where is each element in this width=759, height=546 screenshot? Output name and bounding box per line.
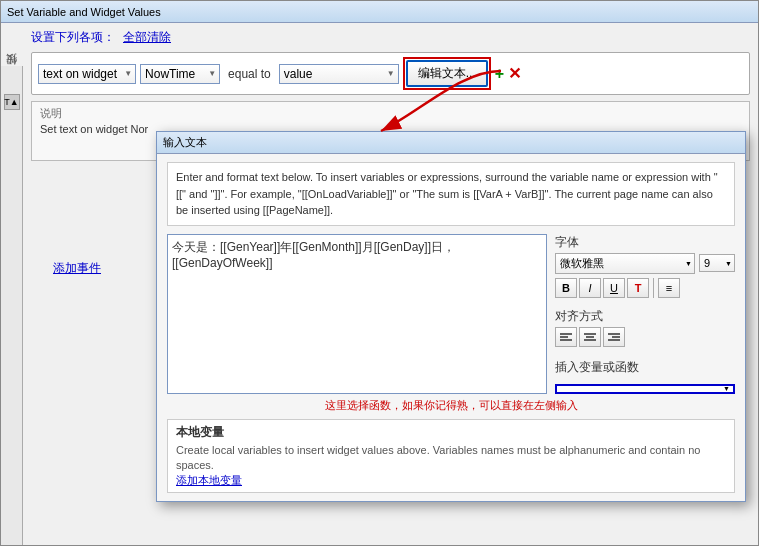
font-section: 字体 微软雅黑 9 B I U [555, 234, 735, 302]
condition-combo2[interactable]: NowTime [140, 64, 220, 84]
dialog-titlebar: 输入文本 [157, 132, 745, 154]
font-name-combo[interactable]: 微软雅黑 [555, 253, 695, 274]
setup-label: 设置下列各项： [31, 29, 115, 46]
outer-titlebar: Set Variable and Widget Values [1, 1, 758, 23]
equal-to-label: equal to [224, 67, 275, 81]
local-vars-section: 本地变量 Create local variables to insert wi… [167, 419, 735, 494]
remove-condition-icon[interactable]: ✕ [508, 64, 521, 83]
add-local-var-link[interactable]: 添加本地变量 [176, 474, 242, 486]
local-vars-desc: Create local variables to insert widget … [176, 443, 726, 474]
underline-button[interactable]: U [603, 278, 625, 298]
right-panel: 字体 微软雅黑 9 B I U [555, 234, 735, 394]
clear-all-link[interactable]: 全部清除 [123, 29, 171, 46]
align-left-icon [560, 332, 572, 342]
condition-combo3[interactable]: value [279, 64, 399, 84]
outer-window: Set Variable and Widget Values 按钮 T▲ 设置下… [0, 0, 759, 546]
align-buttons-row [555, 327, 735, 347]
toolbar-row: 设置下列各项： 全部清除 [31, 29, 750, 46]
font-name-row: 微软雅黑 9 [555, 253, 735, 274]
text-editor[interactable]: 今天是：[[GenYear]]年[[GenMonth]]月[[GenDay]]日… [167, 234, 547, 394]
add-condition-icon[interactable]: + [495, 65, 504, 83]
dialog-description-box: Enter and format text below. To insert v… [167, 162, 735, 226]
hint-text: 这里选择函数，如果你记得熟，可以直接在左侧输入 [167, 398, 735, 413]
outer-title: Set Variable and Widget Values [7, 6, 161, 18]
edit-btn-wrapper: 编辑文本... [403, 57, 491, 90]
widget-icon-1: T▲ [4, 94, 20, 110]
dialog-title: 输入文本 [163, 135, 207, 150]
format-separator [653, 278, 654, 298]
text-color-button[interactable]: T [627, 278, 649, 298]
dialog-description-text: Enter and format text below. To insert v… [176, 171, 718, 216]
edit-text-button[interactable]: 编辑文本... [406, 60, 488, 87]
font-size-value: 9 [704, 257, 710, 269]
insert-var-combo[interactable] [555, 384, 735, 394]
font-section-title: 字体 [555, 234, 735, 251]
font-size-combo[interactable]: 9 [699, 254, 735, 272]
side-panel: 按钮 T▲ [1, 66, 23, 545]
dialog-content: Enter and format text below. To insert v… [157, 154, 745, 501]
italic-button[interactable]: I [579, 278, 601, 298]
condition-combo1[interactable]: text on widget [38, 64, 136, 84]
align-section: 对齐方式 [555, 308, 735, 353]
add-event-link[interactable]: 添加事件 [53, 260, 101, 277]
dialog-main-area: 今天是：[[GenYear]]年[[GenMonth]]月[[GenDay]]日… [167, 234, 735, 394]
insert-var-section: 插入变量或函数 [555, 359, 735, 394]
list-button[interactable]: ≡ [658, 278, 680, 298]
text-input-dialog: 输入文本 Enter and format text below. To ins… [156, 131, 746, 502]
condition-row: text on widget NowTime equal to value 编辑… [31, 52, 750, 95]
format-buttons-row: B I U T ≡ [555, 278, 735, 298]
align-left-button[interactable] [555, 327, 577, 347]
align-right-icon [608, 332, 620, 342]
align-right-button[interactable] [603, 327, 625, 347]
align-center-icon [584, 332, 596, 342]
insert-var-title: 插入变量或函数 [555, 359, 735, 376]
bold-button[interactable]: B [555, 278, 577, 298]
text-editor-content: 今天是：[[GenYear]]年[[GenMonth]]月[[GenDay]]日… [172, 240, 455, 270]
local-vars-title: 本地变量 [176, 424, 726, 441]
description-group-title: 说明 [40, 106, 741, 121]
align-center-button[interactable] [579, 327, 601, 347]
font-name-value: 微软雅黑 [560, 256, 604, 271]
align-section-title: 对齐方式 [555, 308, 735, 325]
